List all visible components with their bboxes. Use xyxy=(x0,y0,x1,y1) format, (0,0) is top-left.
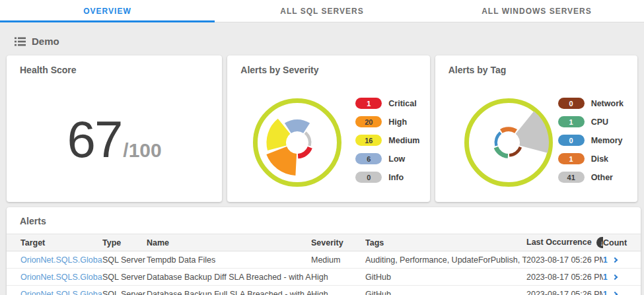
chevron-right-icon xyxy=(612,257,617,262)
legend-label: CPU xyxy=(591,117,608,127)
tag-legend: 0Network1CPU0Memory1Disk41Other xyxy=(558,98,624,183)
legend-count-badge: 1 xyxy=(558,153,585,164)
count-link[interactable]: 1 xyxy=(603,255,641,265)
cell-severity: Medium xyxy=(311,251,365,269)
column-header-label: Tags xyxy=(365,238,384,247)
legend-item-info: 0Info xyxy=(355,172,419,183)
cell-count: 1 xyxy=(603,251,641,269)
legend-label: Memory xyxy=(591,136,623,145)
legend-label: Medium xyxy=(388,136,419,145)
list-icon xyxy=(15,37,26,46)
legend-label: Low xyxy=(388,154,405,164)
column-header-label: Target xyxy=(20,238,45,247)
target-link[interactable]: OrionNet.SQLS.Global xyxy=(20,290,102,295)
column-header-count[interactable]: Count xyxy=(603,234,641,251)
chevron-right-icon xyxy=(612,291,617,295)
cell-name: Tempdb Data Files xyxy=(147,251,311,269)
column-header-severity[interactable]: Severity xyxy=(311,234,365,251)
tab-all-sql-servers[interactable]: ALL SQL SERVERS xyxy=(215,0,429,22)
column-header-label: Severity xyxy=(311,238,343,247)
group-title: Demo xyxy=(32,36,59,47)
cell-target: OrionNet.SQLS.Global xyxy=(7,286,102,295)
legend-count-badge: 1 xyxy=(355,98,382,109)
count-link[interactable]: 1 xyxy=(603,290,641,295)
health-score-title: Health Score xyxy=(20,65,222,75)
column-header-tags[interactable]: Tags xyxy=(365,234,526,251)
legend-count-badge: 0 xyxy=(558,135,585,146)
cell-severity: High xyxy=(311,286,365,295)
alerts-card: Alerts TargetTypeNameSeverityTagsLast Oc… xyxy=(7,207,641,295)
cell-count: 1 xyxy=(603,269,641,286)
legend-item-memory: 0Memory xyxy=(558,135,624,146)
legend-count-badge: 1 xyxy=(558,116,585,127)
slice-memory xyxy=(494,131,501,146)
legend-item-disk: 1Disk xyxy=(558,153,624,164)
slice-low xyxy=(285,119,310,133)
alerts-by-severity-title: Alerts by Severity xyxy=(240,65,429,75)
slice-high xyxy=(267,147,297,176)
tag-rose-chart xyxy=(456,90,561,195)
health-score-value: 67 xyxy=(67,114,122,165)
tab-all-windows-servers[interactable]: ALL WINDOWS SERVERS xyxy=(429,0,644,22)
column-header-type[interactable]: Type xyxy=(102,234,147,251)
cell-tags: GitHub xyxy=(365,269,526,286)
target-link[interactable]: OrionNet.SQLS.Global xyxy=(20,273,102,282)
legend-label: Critical xyxy=(388,99,416,108)
cell-last-occurrence: 2023-08-17 05:26 PM xyxy=(526,269,603,286)
health-score-card: Health Score 67 /100 xyxy=(7,55,222,202)
cell-tags: GitHub xyxy=(365,286,526,295)
tab-bar: OVERVIEWALL SQL SERVERSALL WINDOWS SERVE… xyxy=(0,0,644,22)
legend-count-badge: 41 xyxy=(558,172,585,183)
cell-name: Database Backup Full SLA Breached - with… xyxy=(147,286,311,295)
slice-cpu xyxy=(493,147,507,158)
legend-label: Other xyxy=(591,173,613,182)
tab-overview[interactable]: OVERVIEW xyxy=(0,0,215,22)
legend-item-critical: 1Critical xyxy=(355,98,419,109)
column-header-label: Type xyxy=(102,238,121,247)
legend-item-medium: 16Medium xyxy=(355,135,419,146)
legend-count-badge: 16 xyxy=(355,135,382,146)
cell-type: SQL Server xyxy=(102,251,147,269)
column-header-label: Count xyxy=(603,238,627,247)
alerts-by-tag-title: Alerts by Tag xyxy=(448,65,637,75)
cell-target: OrionNet.SQLS.Global xyxy=(7,269,102,286)
health-score-readout: 67 /100 xyxy=(7,114,222,165)
legend-count-badge: 0 xyxy=(558,98,585,109)
severity-legend: 1Critical20High16Medium6Low0Info xyxy=(355,98,419,183)
cell-count: 1 xyxy=(603,286,641,295)
table-row: OrionNet.SQLS.GlobalSQL ServerDatabase B… xyxy=(7,269,641,286)
cell-last-occurrence: 2023-08-17 05:26 PM xyxy=(526,251,603,269)
health-score-denominator: /100 xyxy=(123,139,161,162)
cell-type: SQL Server xyxy=(102,269,147,286)
count-link[interactable]: 1 xyxy=(603,273,641,282)
sort-descending-icon[interactable]: ↓ xyxy=(596,237,603,248)
legend-label: Info xyxy=(388,173,404,182)
legend-item-low: 6Low xyxy=(355,153,419,164)
cell-tags: Auditing, Performance, UpdateForPublish,… xyxy=(365,251,526,269)
alerts-by-tag-card: Alerts by Tag 0Network1CPU0Memory1Disk41… xyxy=(435,55,637,202)
summary-cards-row: Health Score 67 /100 Alerts by Severity … xyxy=(7,55,637,202)
legend-item-network: 0Network xyxy=(558,98,624,109)
alerts-table-body: OrionNet.SQLS.GlobalSQL ServerTempdb Dat… xyxy=(7,251,641,295)
cell-severity: High xyxy=(311,269,365,286)
column-header-label: Name xyxy=(147,238,169,247)
legend-count-badge: 6 xyxy=(355,153,382,164)
cell-last-occurrence: 2023-08-17 05:26 PM xyxy=(526,286,603,295)
target-link[interactable]: OrionNet.SQLS.Global xyxy=(20,255,102,265)
cell-type: SQL Server xyxy=(102,286,147,295)
slice-network xyxy=(509,147,522,156)
cell-name: Database Backup Diff SLA Breached - with… xyxy=(147,269,311,286)
column-header-last-occurrence[interactable]: Last Occurrence↓ xyxy=(526,234,603,251)
legend-item-other: 41Other xyxy=(558,172,624,183)
chevron-right-icon xyxy=(612,274,617,279)
legend-label: Network xyxy=(591,99,624,108)
legend-count-badge: 0 xyxy=(355,172,382,183)
count-value: 1 xyxy=(603,290,608,295)
column-header-label: Last Occurrence xyxy=(526,238,592,247)
table-header-row: TargetTypeNameSeverityTagsLast Occurrenc… xyxy=(7,234,641,251)
column-header-target[interactable]: Target xyxy=(7,234,102,251)
column-header-name[interactable]: Name xyxy=(147,234,311,251)
alerts-by-severity-card: Alerts by Severity 1Critical20High16Medi… xyxy=(227,55,429,202)
overview-page: Demo Health Score 67 /100 Alerts by Seve… xyxy=(0,36,644,295)
legend-item-cpu: 1CPU xyxy=(558,116,624,127)
